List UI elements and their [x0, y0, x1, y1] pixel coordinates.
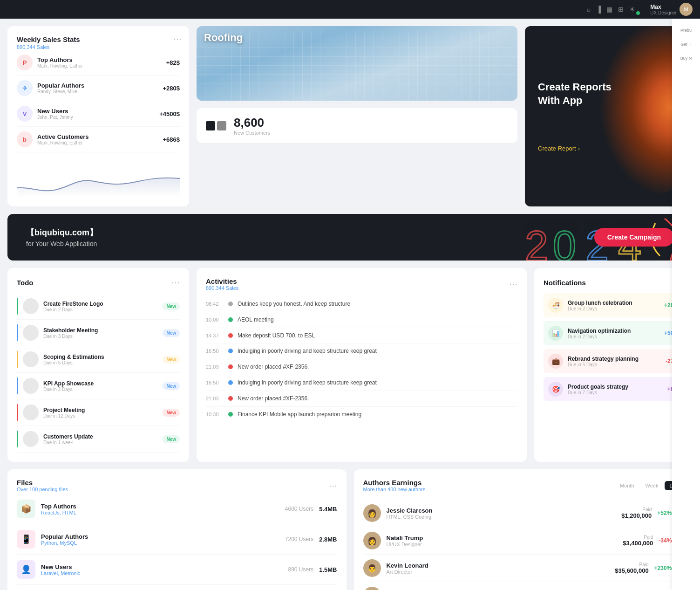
- top-authors-icon: P: [17, 55, 33, 70]
- notifications-title: Notifications: [544, 279, 586, 287]
- notif-name: Rebrand strategy planning: [568, 356, 661, 362]
- author-info: Kevin Leonard Art Director: [387, 562, 610, 575]
- notif-name: Product goals strategy: [568, 384, 663, 390]
- file-tech: Laravel, Metronic: [41, 570, 283, 576]
- file-icon: 📦: [17, 500, 35, 518]
- file-size: 1.5MB: [319, 566, 337, 573]
- dots-menu-weekly[interactable]: ⋯: [173, 34, 182, 44]
- popular-authors-name: Popular Authors: [37, 82, 158, 89]
- online-indicator: [636, 11, 640, 15]
- author-role: HTML, CSS Coding: [387, 514, 616, 520]
- new-users-value: +4500$: [159, 110, 180, 117]
- todo-color-bar: [17, 324, 18, 341]
- campaign-title: 【biqubiqu.com】: [26, 227, 98, 238]
- todo-badge: New: [163, 302, 180, 310]
- sidebar-item-geth[interactable]: Get H: [680, 42, 692, 47]
- todo-color-bar: [17, 431, 18, 447]
- activity-text: AEOL meeting: [238, 316, 274, 324]
- todo-avatar: [23, 378, 39, 394]
- author-avatar: 👨: [363, 559, 381, 577]
- todo-name: KPI App Showcase: [43, 380, 158, 387]
- file-item: 📱 Popular Authors Python, MySQL 7200 Use…: [17, 524, 337, 555]
- adjust-icon[interactable]: ▐: [596, 6, 601, 13]
- author-item: 👩 Natali Trump UI/UX Designer Paid $3,40…: [363, 527, 684, 555]
- todo-due: Due in 2 Days: [43, 307, 158, 312]
- author-avatar: 👩: [363, 532, 381, 549]
- sales-chart: [17, 160, 180, 197]
- notif-icon: 🎯: [548, 382, 563, 397]
- author-item: 👩 Jessie Clarcson HTML, CSS Coding Paid …: [363, 500, 684, 527]
- earnings-amount: $1,200,000: [621, 512, 652, 519]
- file-icon: 📱: [17, 530, 35, 549]
- todo-avatar: [23, 405, 39, 420]
- file-size: 2.8MB: [319, 536, 337, 543]
- sidebar-item-buyn[interactable]: Buy N: [680, 56, 692, 61]
- create-reports-card: Create ReportsWith App Create Report ›: [525, 26, 693, 206]
- todo-due: Due in 3 Days: [43, 334, 158, 339]
- activity-item: 16:50 Indulging in poorly driving and ke…: [206, 375, 517, 391]
- authors-earnings-card: Authors Earnings More than 400 new autho…: [354, 469, 693, 590]
- earnings-subtitle: More than 400 new authors: [363, 487, 426, 492]
- author-earnings: Paid $35,600,000: [615, 562, 648, 574]
- activity-time: 10:30: [206, 411, 224, 417]
- todo-badge: New: [163, 329, 180, 337]
- notif-info: Rebrand strategy planning Due in 5 Days: [568, 356, 661, 367]
- activity-dot: [228, 333, 233, 338]
- todo-avatar: [23, 298, 39, 314]
- activities-title: Activities: [206, 277, 238, 285]
- dots-menu-files[interactable]: ⋯: [329, 480, 337, 491]
- todo-avatar: [23, 351, 39, 367]
- avatar[interactable]: M: [680, 3, 693, 16]
- todo-item: Scoping & Estimations Due in 5 Days New: [17, 346, 180, 373]
- popular-authors-icon: ✈: [17, 80, 33, 96]
- author-item: 👨 Brad Simmons Successful Fellas Paid $2…: [363, 582, 684, 590]
- active-customers-value: +686$: [163, 136, 180, 143]
- todo-info: Customers Update Due in 1 week: [43, 433, 158, 445]
- notification-item: 🍜 Group lunch celebration Due in 2 Days …: [544, 293, 683, 317]
- todo-due: Due in 2 Days: [43, 387, 158, 392]
- stat-item-top-authors: P Top Authors Mark, Rowling, Esther +82$: [17, 50, 180, 75]
- new-users-info: New Users John, Pat, Jimmy: [37, 108, 155, 120]
- activity-text: Finance KPI Mobile app launch preparion …: [238, 411, 361, 418]
- author-item: 👨 Kevin Leonard Art Director Paid $35,60…: [363, 555, 684, 582]
- icon-dark: [206, 121, 215, 130]
- author-earnings: Paid $1,200,000: [621, 507, 652, 519]
- file-info: New Users Laravel, Metronic: [41, 563, 283, 576]
- activity-item: 21:03 New order placed #XF-2356.: [206, 359, 517, 375]
- create-report-link[interactable]: Create Report ›: [538, 145, 680, 152]
- activities-card: Activities 890,344 Sales ⋯ 08:42 Outline…: [197, 268, 527, 462]
- sidebar-item-prebu[interactable]: Prebu: [680, 28, 692, 33]
- todo-item: Stakeholder Meeting Due in 3 Days New: [17, 320, 180, 346]
- search-icon[interactable]: ⌕: [587, 6, 591, 13]
- dots-menu-activities[interactable]: ⋯: [509, 279, 517, 289]
- todo-avatar: [23, 325, 39, 341]
- file-size: 5.4MB: [319, 506, 337, 513]
- notification-item: 📊 Navigation optimization Due in 2 Days …: [544, 321, 683, 345]
- dots-menu-todo[interactable]: ⋯: [171, 277, 180, 288]
- notifications-card: Notifications ⋯ 🍜 Group lunch celebratio…: [534, 268, 693, 462]
- activity-time: 10:00: [206, 316, 224, 322]
- campaign-subtitle: for Your Web Application: [26, 240, 98, 247]
- new-users-sub: John, Pat, Jimmy: [37, 115, 155, 120]
- todo-name: Create FireStone Logo: [43, 301, 158, 307]
- grid-icon[interactable]: ⊞: [618, 6, 624, 13]
- paid-label: Paid: [621, 507, 652, 512]
- period-month-button[interactable]: Month: [615, 481, 639, 490]
- author-name: Natali Trump: [387, 535, 618, 542]
- sun-icon[interactable]: ☀: [629, 6, 635, 13]
- customers-count: 8,600: [234, 116, 270, 130]
- user-role: UX Designer: [650, 10, 677, 15]
- svg-text:0: 0: [553, 223, 576, 261]
- paid-label: Paid: [615, 562, 648, 567]
- layout-icon[interactable]: ▦: [606, 6, 612, 13]
- activity-time: 21:03: [206, 363, 224, 370]
- period-week-button[interactable]: Week: [641, 481, 663, 490]
- weekly-sales-card: Weekly Sales Stats 890,344 Sales ⋯ P Top…: [7, 26, 189, 206]
- todo-name: Scoping & Estimations: [43, 354, 158, 360]
- activity-text: Indulging in poorly driving and keep str…: [238, 347, 377, 355]
- todo-due: Due in 5 Days: [43, 360, 158, 365]
- create-campaign-button[interactable]: Create Campaign: [594, 228, 674, 247]
- roofing-column: Roofing 8,600 New Customers: [197, 26, 517, 206]
- card-title: Weekly Sales Stats: [17, 35, 180, 43]
- todo-item: KPI App Showcase Due in 2 Days New: [17, 373, 180, 399]
